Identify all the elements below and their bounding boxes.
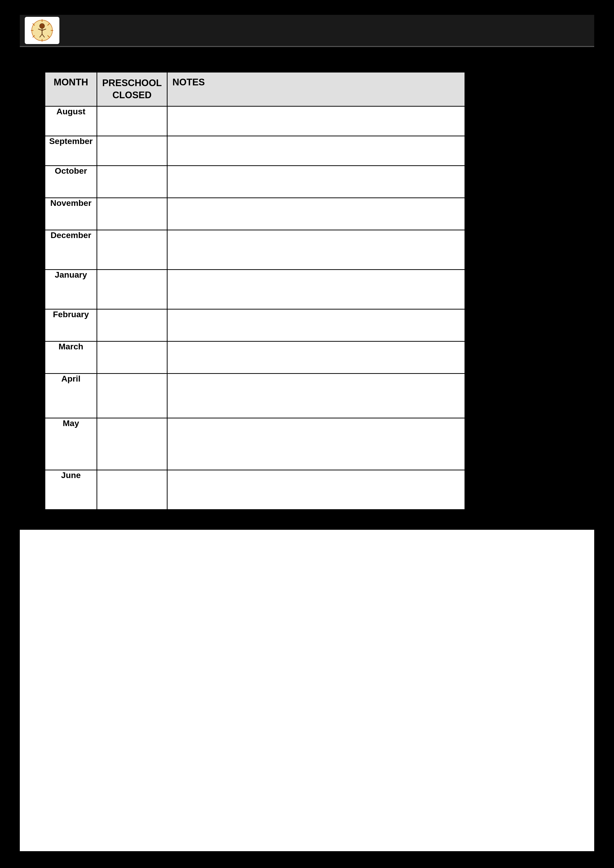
col-header-closed: PRESCHOOLCLOSED: [97, 72, 167, 106]
month-cell-september: September: [45, 136, 97, 166]
header-bar: [20, 15, 594, 47]
month-cell-may: May: [45, 418, 97, 470]
closed-cell-october: [97, 166, 167, 198]
table-row: June: [45, 470, 465, 510]
logo-container: [25, 17, 59, 44]
notes-cell-may: [167, 418, 465, 470]
table-row: December: [45, 230, 465, 270]
month-cell-november: November: [45, 198, 97, 230]
table-row: April: [45, 374, 465, 418]
svg-point-15: [41, 25, 42, 26]
page: MONTH PRESCHOOLCLOSED NOTES August: [20, 15, 594, 851]
svg-point-9: [40, 23, 45, 28]
table-row: March: [45, 341, 465, 374]
table-row: November: [45, 198, 465, 230]
notes-cell-august: [167, 106, 465, 136]
notes-cell-december: [167, 230, 465, 270]
logo-icon: [27, 18, 57, 43]
notes-cell-october: [167, 166, 465, 198]
table-row: February: [45, 309, 465, 341]
notes-cell-march: [167, 341, 465, 374]
table-row: September: [45, 136, 465, 166]
table-row: October: [45, 166, 465, 198]
closed-cell-june: [97, 470, 167, 510]
month-cell-february: February: [45, 309, 97, 341]
month-cell-october: October: [45, 166, 97, 198]
col-header-month: MONTH: [45, 72, 97, 106]
notes-cell-february: [167, 309, 465, 341]
month-cell-april: April: [45, 374, 97, 418]
closed-cell-december: [97, 230, 167, 270]
table-header-row: MONTH PRESCHOOLCLOSED NOTES: [45, 72, 465, 106]
month-cell-march: March: [45, 341, 97, 374]
closed-cell-march: [97, 341, 167, 374]
notes-cell-june: [167, 470, 465, 510]
month-cell-june: June: [45, 470, 97, 510]
svg-point-16: [43, 25, 43, 26]
closed-cell-january: [97, 270, 167, 309]
closed-cell-august: [97, 106, 167, 136]
closed-cell-september: [97, 136, 167, 166]
month-cell-august: August: [45, 106, 97, 136]
notes-cell-january: [167, 270, 465, 309]
month-cell-december: December: [45, 230, 97, 270]
content-area: MONTH PRESCHOOLCLOSED NOTES August: [20, 47, 594, 530]
table-row: May: [45, 418, 465, 470]
table-row: August: [45, 106, 465, 136]
month-cell-january: January: [45, 270, 97, 309]
table-row: January: [45, 270, 465, 309]
notes-cell-september: [167, 136, 465, 166]
closed-cell-may: [97, 418, 167, 470]
col-header-notes: NOTES: [167, 72, 465, 106]
notes-cell-november: [167, 198, 465, 230]
notes-cell-april: [167, 374, 465, 418]
closed-cell-november: [97, 198, 167, 230]
closed-cell-april: [97, 374, 167, 418]
schedule-table: MONTH PRESCHOOLCLOSED NOTES August: [45, 72, 465, 510]
closed-cell-february: [97, 309, 167, 341]
